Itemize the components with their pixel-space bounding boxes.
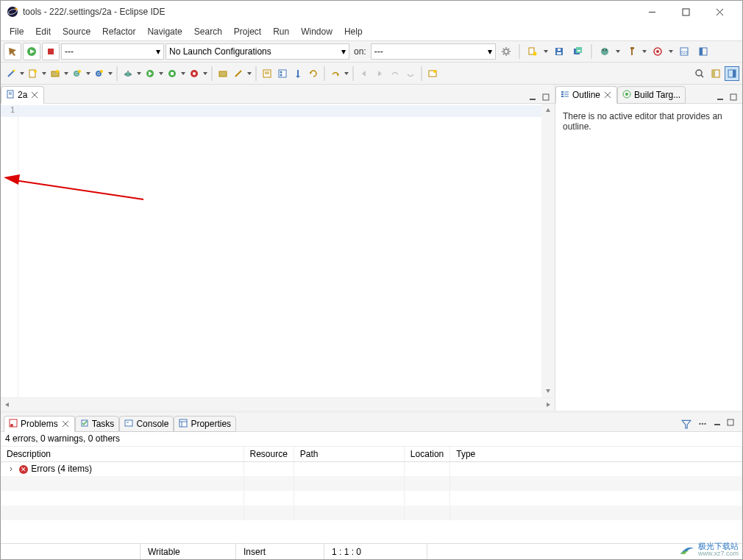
vertical-scrollbar[interactable] bbox=[541, 104, 555, 397]
coverage-dropdown[interactable] bbox=[202, 72, 208, 75]
col-description[interactable]: Description bbox=[1, 447, 243, 461]
open-perspective-icon[interactable] bbox=[708, 66, 723, 81]
tab-console[interactable]: Console bbox=[119, 416, 174, 432]
c-perspective-icon[interactable] bbox=[725, 66, 739, 81]
back-icon[interactable] bbox=[357, 66, 372, 81]
new-class-dropdown[interactable] bbox=[41, 72, 47, 75]
horizontal-scrollbar[interactable] bbox=[1, 397, 555, 411]
search-icon[interactable] bbox=[692, 66, 707, 81]
save-button[interactable] bbox=[550, 43, 568, 60]
minimize-view-icon[interactable] bbox=[527, 91, 538, 103]
build-hammer-button[interactable] bbox=[622, 43, 640, 60]
debug-dropdown[interactable] bbox=[615, 50, 621, 53]
launch-config-combo-2[interactable]: No Launch Configurations▾ bbox=[166, 43, 349, 60]
refresh-icon[interactable] bbox=[306, 66, 321, 81]
wand-icon[interactable] bbox=[4, 66, 18, 81]
menu-edit[interactable]: Edit bbox=[29, 24, 57, 39]
menu-window[interactable]: Window bbox=[295, 24, 338, 39]
new-package-dropdown[interactable] bbox=[63, 72, 69, 75]
menu-refactor[interactable]: Refactor bbox=[96, 24, 141, 39]
task-list-icon[interactable] bbox=[260, 66, 274, 81]
menu-search[interactable]: Search bbox=[188, 24, 228, 39]
maximize-bottom-icon[interactable] bbox=[725, 417, 736, 428]
col-type[interactable]: Type bbox=[450, 447, 742, 461]
maximize-button[interactable] bbox=[669, 1, 703, 22]
debug-as-button[interactable] bbox=[596, 43, 614, 60]
scroll-up-icon[interactable] bbox=[541, 104, 555, 117]
stop-button[interactable] bbox=[42, 43, 60, 60]
menu-file[interactable]: File bbox=[4, 24, 29, 39]
minimize-bottom-icon[interactable] bbox=[711, 417, 723, 428]
menu-navigate[interactable]: Navigate bbox=[141, 24, 188, 39]
launch-config-combo-1[interactable]: ---▾ bbox=[61, 43, 164, 60]
binary-button[interactable]: 010 bbox=[675, 43, 693, 60]
tab-tasks[interactable]: Tasks bbox=[75, 416, 120, 432]
tab-outline[interactable]: Outline bbox=[555, 86, 617, 104]
filter-icon[interactable] bbox=[679, 417, 694, 431]
gear-icon[interactable] bbox=[497, 43, 515, 60]
close-tab-icon[interactable] bbox=[30, 91, 39, 99]
new-class-icon[interactable] bbox=[26, 66, 40, 81]
new-source-dropdown[interactable] bbox=[85, 72, 91, 75]
redo-nav-icon[interactable] bbox=[403, 66, 418, 81]
close-problems-icon[interactable] bbox=[61, 419, 70, 428]
editor-tab-2a[interactable]: 2a bbox=[1, 86, 44, 104]
scroll-down-icon[interactable] bbox=[541, 384, 555, 397]
new-source-folder-icon[interactable]: C bbox=[70, 66, 85, 81]
scroll-left-icon[interactable] bbox=[1, 398, 14, 411]
annotation-icon[interactable] bbox=[425, 66, 440, 81]
on-combo[interactable]: ---▾ bbox=[371, 43, 496, 60]
scroll-track[interactable] bbox=[541, 117, 555, 384]
tab-properties[interactable]: Properties bbox=[174, 416, 236, 432]
minimize-outline-icon[interactable] bbox=[714, 91, 726, 103]
expand-toggle[interactable]: › bbox=[10, 464, 17, 474]
debug-dropdown2[interactable] bbox=[136, 72, 142, 75]
profile-icon[interactable] bbox=[165, 66, 179, 81]
scroll-right-icon[interactable] bbox=[541, 398, 555, 411]
close-outline-icon[interactable] bbox=[603, 91, 612, 99]
new-cpp-class-icon[interactable]: G bbox=[92, 66, 107, 81]
minimize-button[interactable] bbox=[635, 1, 669, 22]
menu-run[interactable]: Run bbox=[267, 24, 295, 39]
scroll-track[interactable] bbox=[14, 398, 541, 411]
debug-icon[interactable] bbox=[121, 66, 135, 81]
new-cpp-dropdown[interactable] bbox=[107, 72, 113, 75]
col-resource[interactable]: Resource bbox=[243, 447, 294, 461]
forward-icon[interactable] bbox=[372, 66, 387, 81]
editor-text-area[interactable] bbox=[18, 104, 541, 397]
run-dropdown[interactable] bbox=[158, 72, 164, 75]
coverage-icon[interactable] bbox=[187, 66, 202, 81]
new-button[interactable] bbox=[524, 43, 541, 60]
step-over-icon[interactable] bbox=[328, 66, 343, 81]
profile-dropdown[interactable] bbox=[180, 72, 186, 75]
target-button[interactable] bbox=[649, 43, 666, 60]
step-over-dropdown[interactable] bbox=[344, 72, 349, 75]
pin-icon[interactable] bbox=[291, 66, 305, 81]
build-dropdown[interactable] bbox=[641, 50, 647, 53]
open-type-icon[interactable] bbox=[216, 66, 230, 81]
wand-dropdown[interactable] bbox=[19, 72, 25, 75]
run-button[interactable] bbox=[23, 43, 40, 60]
maximize-outline-icon[interactable] bbox=[728, 91, 739, 103]
maximize-view-icon[interactable] bbox=[540, 91, 552, 103]
table-row[interactable]: › ✕Errors (4 items) bbox=[1, 461, 742, 476]
new-package-icon[interactable] bbox=[48, 66, 63, 81]
tab-build-targets[interactable]: Build Targ... bbox=[617, 86, 686, 104]
save-all-button[interactable] bbox=[569, 43, 587, 60]
search-wand-dropdown[interactable] bbox=[246, 72, 252, 75]
build-button[interactable] bbox=[4, 43, 21, 60]
search-wand-icon[interactable] bbox=[231, 66, 246, 81]
menu-help[interactable]: Help bbox=[338, 24, 369, 39]
perspective-button[interactable] bbox=[694, 43, 712, 60]
run-icon[interactable] bbox=[143, 66, 157, 81]
col-location[interactable]: Location bbox=[404, 447, 449, 461]
menu-project[interactable]: Project bbox=[228, 24, 267, 39]
view-menu-icon[interactable] bbox=[695, 417, 710, 431]
tab-problems[interactable]: Problems bbox=[4, 416, 75, 432]
undo-nav-icon[interactable] bbox=[388, 66, 402, 81]
close-button[interactable] bbox=[703, 1, 736, 22]
new-dropdown[interactable] bbox=[543, 50, 549, 53]
col-path[interactable]: Path bbox=[294, 447, 404, 461]
menu-source[interactable]: Source bbox=[57, 24, 96, 39]
target-dropdown[interactable] bbox=[668, 50, 674, 53]
